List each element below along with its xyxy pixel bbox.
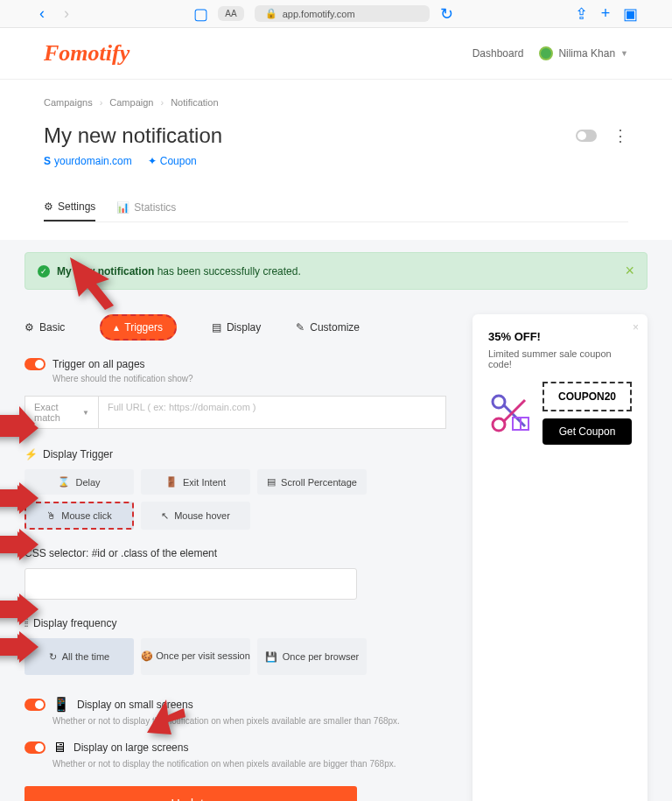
main-area: ✓ My new notification has been successfu… bbox=[0, 240, 672, 801]
svg-line-2 bbox=[503, 404, 525, 426]
svg-marker-7 bbox=[0, 406, 35, 441]
opt-all-time[interactable]: ↻ All the time bbox=[24, 638, 134, 675]
share-icon[interactable]: ⇪ bbox=[574, 7, 588, 21]
new-tab-icon[interactable]: + bbox=[598, 7, 612, 21]
section-basic[interactable]: ⚙ Basic bbox=[24, 316, 65, 339]
preview-desc: Limited summer sale coupon code! bbox=[488, 348, 632, 369]
svg-marker-6 bbox=[70, 257, 114, 310]
display-freq-label: ⦙⦙ Display frequency bbox=[24, 617, 446, 629]
page-title: My new notification bbox=[44, 123, 222, 148]
desktop-icon: 🖥 bbox=[52, 740, 66, 755]
css-selector-label: CSS selector: #id or .class of the eleme… bbox=[24, 547, 446, 559]
back-button[interactable]: ‹ bbox=[35, 7, 49, 21]
type-badge: ✦ Coupon bbox=[148, 155, 197, 167]
nav-dashboard[interactable]: Dashboard bbox=[472, 47, 524, 60]
opt-mouse-click[interactable]: 🖱 Mouse click bbox=[24, 502, 134, 530]
scissors-icon bbox=[488, 391, 532, 435]
preview-title: 35% OFF! bbox=[488, 330, 632, 343]
section-display[interactable]: ▤ Display bbox=[212, 316, 261, 339]
section-customize[interactable]: ✎ Customize bbox=[296, 316, 360, 339]
trigger-all-pages-label: Trigger on all pages bbox=[52, 358, 145, 370]
get-coupon-button[interactable]: Get Coupon bbox=[542, 418, 632, 445]
alert-close[interactable]: × bbox=[625, 262, 634, 280]
trigger-all-pages-hint: Where should the notification show? bbox=[52, 374, 446, 383]
app-header: Fomotify Dashboard Nilima Khan ▼ bbox=[0, 28, 672, 80]
section-tabs: ⚙ Basic ▴ Triggers ▤ Display ✎ Customize bbox=[24, 314, 446, 341]
page-tabs: ⚙ Settings 📊 Statistics bbox=[44, 193, 628, 222]
large-screens-label: Display on large screens bbox=[74, 741, 188, 754]
user-name: Nilima Khan bbox=[558, 47, 615, 60]
svg-marker-12 bbox=[147, 699, 186, 734]
browser-bar: ‹ › ▢ AA 🔒 app.fomotify.com ↻ ⇪ + ▣ bbox=[0, 0, 672, 28]
preview-close[interactable]: × bbox=[633, 321, 639, 334]
opt-per-browser[interactable]: 💾 Once per browser bbox=[257, 638, 367, 675]
annotation-arrow bbox=[61, 253, 122, 314]
enable-toggle[interactable] bbox=[576, 130, 597, 142]
check-icon: ✓ bbox=[38, 265, 50, 278]
chevron-down-icon: ▼ bbox=[620, 49, 628, 58]
svg-marker-11 bbox=[0, 634, 33, 660]
small-hint: Whether or not to display the notificati… bbox=[52, 716, 446, 726]
crumb-campaigns[interactable]: Campaigns bbox=[44, 97, 93, 108]
svg-marker-9 bbox=[0, 531, 33, 558]
tabs-icon[interactable]: ▣ bbox=[623, 7, 637, 21]
trigger-all-pages-toggle[interactable] bbox=[24, 358, 46, 370]
avatar bbox=[539, 46, 553, 60]
css-selector-input[interactable] bbox=[24, 568, 357, 600]
text-size[interactable]: AA bbox=[218, 6, 243, 21]
mobile-icon: 📱 bbox=[52, 696, 70, 713]
section-triggers[interactable]: ▴ Triggers bbox=[100, 314, 177, 341]
update-button[interactable]: Update bbox=[24, 786, 357, 801]
annotation-cursor bbox=[140, 691, 188, 739]
svg-marker-8 bbox=[0, 485, 33, 511]
forward-button[interactable]: › bbox=[60, 7, 74, 21]
display-trigger-label: ⚡ Display Trigger bbox=[24, 448, 446, 460]
svg-marker-10 bbox=[0, 596, 33, 622]
tab-settings[interactable]: ⚙ Settings bbox=[44, 193, 95, 221]
reload-icon[interactable]: ↻ bbox=[440, 7, 454, 21]
opt-mouse-hover[interactable]: ↖ Mouse hover bbox=[141, 502, 250, 530]
url-bar[interactable]: 🔒 app.fomotify.com bbox=[255, 5, 430, 22]
book-icon[interactable]: ▢ bbox=[193, 7, 207, 21]
opt-delay[interactable]: ⌛ Delay bbox=[24, 469, 134, 495]
large-screens-toggle[interactable] bbox=[24, 741, 46, 754]
lock-icon: 🔒 bbox=[265, 8, 277, 19]
coupon-code: COUPON20 bbox=[542, 382, 632, 411]
breadcrumb: Campaigns › Campaign › Notification bbox=[44, 97, 628, 108]
opt-per-session[interactable]: 🍪 Once per visit session bbox=[141, 638, 250, 675]
opt-exit-intent[interactable]: 🚪 Exit Intent bbox=[141, 469, 250, 495]
domain-link[interactable]: S yourdomain.com bbox=[44, 155, 132, 167]
large-hint: Whether or not to display the notificati… bbox=[52, 759, 446, 769]
more-menu[interactable]: ⋮ bbox=[612, 126, 628, 145]
url-input[interactable]: Full URL ( ex: https://domain.com ) bbox=[99, 396, 446, 429]
svg-line-3 bbox=[503, 400, 525, 422]
crumb-notification[interactable]: Notification bbox=[171, 97, 218, 108]
tab-statistics[interactable]: 📊 Statistics bbox=[116, 193, 176, 221]
small-screens-toggle[interactable] bbox=[24, 699, 46, 711]
url-text: app.fomotify.com bbox=[283, 9, 355, 19]
notification-preview: × 35% OFF! Limited summer sale coupon co… bbox=[472, 314, 648, 801]
crumb-campaign[interactable]: Campaign bbox=[109, 97, 153, 108]
opt-scroll[interactable]: ▤ Scroll Percentage bbox=[257, 469, 367, 495]
user-menu[interactable]: Nilima Khan ▼ bbox=[539, 46, 628, 60]
logo[interactable]: Fomotify bbox=[44, 40, 130, 67]
